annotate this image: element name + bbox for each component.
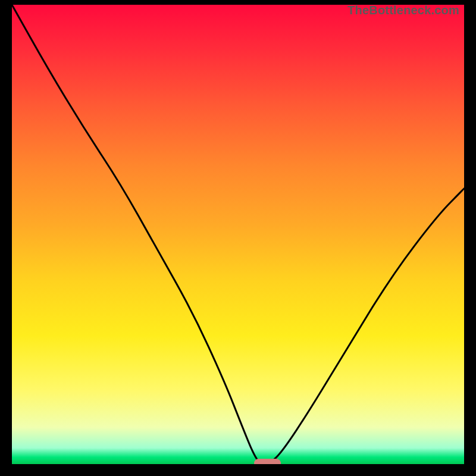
chart-frame: TheBottleneck.com [0,0,476,476]
bottleneck-curve [12,5,464,464]
plot-area [12,5,464,464]
attribution-watermark: TheBottleneck.com [347,4,459,17]
minimum-marker [254,459,281,464]
curve-path [12,5,464,464]
